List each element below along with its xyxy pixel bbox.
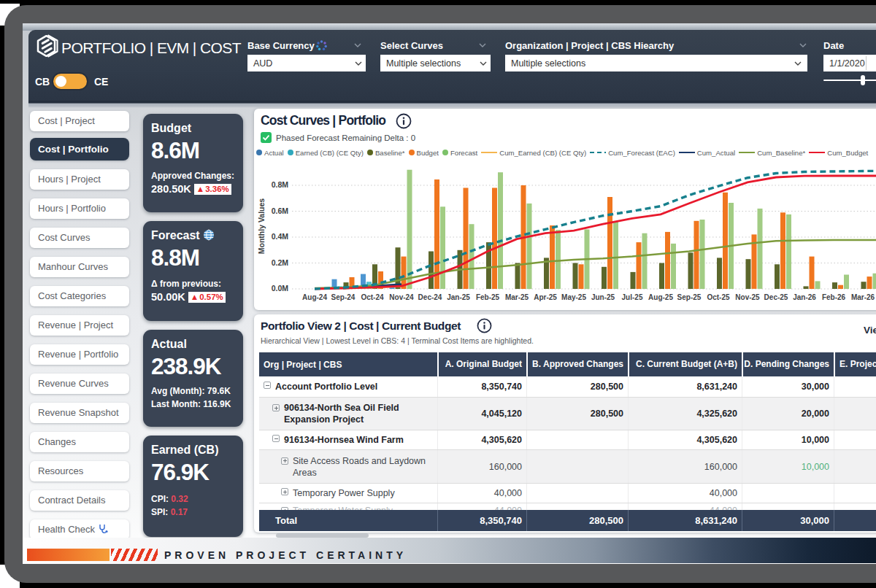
svg-text:Oct-24: Oct-24	[361, 293, 384, 301]
svg-text:Feb-25: Feb-25	[476, 293, 500, 301]
svg-text:Jan-25: Jan-25	[447, 293, 470, 301]
svg-text:0.6M: 0.6M	[272, 206, 289, 215]
svg-text:Oct-25: Oct-25	[707, 293, 730, 301]
svg-text:0.4M: 0.4M	[272, 232, 289, 241]
svg-text:Jul-25: Jul-25	[622, 293, 643, 301]
svg-text:Jun-25: Jun-25	[591, 293, 615, 301]
svg-text:Sep-25: Sep-25	[677, 293, 702, 301]
svg-text:May-25: May-25	[561, 293, 586, 301]
svg-text:0.2M: 0.2M	[272, 258, 289, 267]
svg-text:Sep-24: Sep-24	[331, 293, 356, 301]
svg-text:0.0M: 0.0M	[272, 284, 289, 293]
svg-text:Mar-25: Mar-25	[505, 293, 529, 301]
svg-text:Nov-25: Nov-25	[735, 293, 760, 301]
svg-text:0.8M: 0.8M	[272, 180, 289, 189]
svg-text:Dec-25: Dec-25	[764, 293, 788, 301]
svg-text:Monthly Values: Monthly Values	[257, 198, 266, 255]
svg-text:Dec-24: Dec-24	[418, 293, 442, 301]
svg-text:Aug-25: Aug-25	[648, 293, 673, 301]
svg-text:Feb-26: Feb-26	[822, 293, 846, 301]
svg-text:Apr-25: Apr-25	[534, 293, 557, 301]
svg-text:Mar-26: Mar-26	[851, 293, 875, 301]
svg-text:Jan-26: Jan-26	[793, 293, 816, 301]
svg-text:Nov-24: Nov-24	[389, 293, 414, 301]
svg-text:Aug-24: Aug-24	[302, 293, 327, 301]
